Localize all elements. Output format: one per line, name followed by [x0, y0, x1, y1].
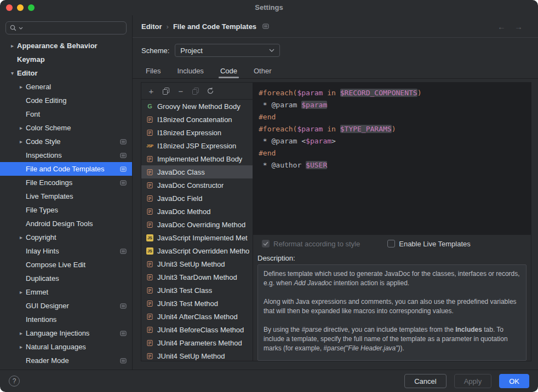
- search-icon: [9, 24, 17, 32]
- settings-search-box[interactable]: [5, 21, 127, 34]
- in-editor-view-icon[interactable]: [262, 23, 269, 30]
- template-item-groovy-new-method-body[interactable]: GGroovy New Method Body: [141, 100, 253, 113]
- remove-icon[interactable]: −: [176, 87, 185, 95]
- back-arrow-icon[interactable]: ←: [497, 22, 506, 31]
- sidebar-item-gui-designer[interactable]: GUI Designer: [0, 299, 132, 313]
- sidebar-item-copyright[interactable]: ▸Copyright: [0, 230, 132, 244]
- tpl-icon: [146, 221, 154, 228]
- template-item-javascript-implemented-met[interactable]: JSJavaScript Implemented Met: [141, 231, 253, 244]
- template-item-label: I18nized JSP Expression: [157, 142, 236, 150]
- sidebar-item-label: Editor: [17, 69, 38, 77]
- sidebar-item-color-scheme[interactable]: ▸Color Scheme: [0, 121, 132, 135]
- template-item-label: JUnit3 TearDown Method: [157, 273, 237, 281]
- sidebar-item-general[interactable]: ▸General: [0, 80, 132, 94]
- chevron-right-icon[interactable]: ▸: [8, 43, 17, 49]
- chevron-right-icon[interactable]: ▸: [16, 139, 26, 145]
- template-item-javascript-overridden-metho[interactable]: JSJavaScript Overridden Metho: [141, 244, 253, 257]
- sidebar-item-reader-mode[interactable]: Reader Mode: [0, 354, 132, 367]
- template-item-label: JavaDoc Class: [157, 168, 205, 176]
- chevron-down-icon[interactable]: ▾: [8, 70, 17, 76]
- zoom-button[interactable]: [28, 4, 35, 11]
- tab-files[interactable]: Files: [146, 64, 161, 78]
- chevron-right-icon[interactable]: ▸: [16, 330, 26, 336]
- settings-tree: ▸Appearance & BehaviorKeymap▾Editor▸Gene…: [0, 39, 132, 367]
- sidebar-item-language-injections[interactable]: ▸Language Injections: [0, 326, 132, 340]
- template-item-javadoc-constructor[interactable]: JavaDoc Constructor: [141, 178, 253, 192]
- sidebar-item-font[interactable]: Font: [0, 107, 132, 121]
- sidebar-item-label: Code Editing: [26, 96, 66, 105]
- template-item-junit4-beforeclass-method[interactable]: JUnit4 BeforeClass Method: [141, 323, 253, 336]
- revert-icon[interactable]: [206, 87, 215, 95]
- chevron-right-icon[interactable]: ▸: [16, 125, 26, 131]
- sidebar-item-android-design-tools[interactable]: Android Design Tools: [0, 217, 132, 230]
- sidebar-item-emmet[interactable]: ▸Emmet: [0, 285, 132, 299]
- template-code-editor[interactable]: #foreach($param in $RECORD_COMPONENTS) *…: [253, 83, 531, 235]
- tpl-icon: [146, 182, 154, 189]
- duplicate-icon[interactable]: [191, 87, 200, 95]
- template-item-implemented-method-body[interactable]: Implemented Method Body: [141, 152, 253, 165]
- apply-button[interactable]: Apply: [454, 374, 492, 388]
- sidebar-item-file-and-code-templates[interactable]: File and Code Templates: [0, 162, 132, 176]
- sidebar-item-inspections[interactable]: Inspections: [0, 148, 132, 162]
- editor-preview-icon: [120, 303, 127, 309]
- cancel-button[interactable]: Cancel: [404, 374, 446, 388]
- template-item-label: JavaDoc Constructor: [157, 181, 224, 189]
- template-item-label: JUnit4 Parameters Method: [157, 339, 242, 347]
- close-button[interactable]: [6, 4, 13, 11]
- template-tabs: FilesIncludesCodeOther: [133, 64, 538, 79]
- template-item-javadoc-overriding-method[interactable]: JavaDoc Overriding Method: [141, 218, 253, 231]
- template-item-javadoc-method[interactable]: JavaDoc Method: [141, 205, 253, 218]
- template-item-label: JUnit4 BeforeClass Method: [157, 326, 244, 334]
- breadcrumb-editor[interactable]: Editor: [141, 22, 162, 31]
- tab-code[interactable]: Code: [220, 64, 237, 78]
- chevron-right-icon[interactable]: ▸: [16, 84, 26, 90]
- template-item-i18nized-jsp-expression[interactable]: JSPI18nized JSP Expression: [141, 139, 253, 152]
- forward-arrow-icon[interactable]: →: [514, 22, 523, 31]
- template-item-i18nized-expression[interactable]: I18nized Expression: [141, 126, 253, 139]
- minimize-button[interactable]: [17, 4, 24, 11]
- template-item-junit4-parameters-method[interactable]: JUnit4 Parameters Method: [141, 336, 253, 349]
- sidebar-item-compose-live-edit[interactable]: Compose Live Edit: [0, 258, 132, 272]
- tpl-icon: [146, 129, 154, 136]
- copy-icon[interactable]: [162, 87, 170, 95]
- sidebar-item-appearance-behavior[interactable]: ▸Appearance & Behavior: [0, 39, 132, 53]
- sidebar-item-file-encodings[interactable]: File Encodings: [0, 176, 132, 189]
- template-item-junit3-teardown-method[interactable]: JUnit3 TearDown Method: [141, 270, 253, 284]
- sidebar-item-code-style[interactable]: ▸Code Style: [0, 135, 132, 148]
- template-item-junit4-afterclass-method[interactable]: JUnit4 AfterClass Method: [141, 310, 253, 323]
- template-item-label: JUnit3 Test Method: [157, 299, 218, 308]
- scheme-dropdown[interactable]: Project: [175, 44, 280, 57]
- sidebar-item-code-editing[interactable]: Code Editing: [0, 94, 132, 107]
- sidebar-item-duplicates[interactable]: Duplicates: [0, 272, 132, 285]
- sidebar-item-live-templates[interactable]: Live Templates: [0, 189, 132, 203]
- template-item-junit4-setup-method[interactable]: JUnit4 SetUp Method: [141, 349, 253, 361]
- sidebar-item-natural-languages[interactable]: ▸Natural Languages: [0, 340, 132, 354]
- chevron-right-icon[interactable]: ▸: [16, 234, 26, 240]
- chevron-right-icon[interactable]: ▸: [16, 289, 26, 295]
- template-item-i18nized-concatenation[interactable]: I18nized Concatenation: [141, 113, 253, 126]
- sidebar-item-editor[interactable]: ▾Editor: [0, 66, 132, 80]
- code-line: * @author $USER: [259, 159, 531, 171]
- sidebar-item-inlay-hints[interactable]: Inlay Hints: [0, 244, 132, 258]
- template-item-javadoc-field[interactable]: JavaDoc Field: [141, 192, 253, 205]
- template-item-label: Implemented Method Body: [157, 155, 242, 163]
- chevron-right-icon[interactable]: ▸: [16, 344, 26, 350]
- tab-includes[interactable]: Includes: [177, 64, 203, 78]
- enable-live-templates-checkbox[interactable]: Enable Live Templates: [387, 240, 471, 248]
- tab-other[interactable]: Other: [254, 64, 272, 78]
- reformat-checkbox[interactable]: Reformat according to style: [262, 240, 360, 248]
- sidebar-item-file-types[interactable]: File Types: [0, 203, 132, 217]
- template-detail-panel: #foreach($param in $RECORD_COMPONENTS) *…: [253, 83, 531, 361]
- help-button[interactable]: ?: [9, 376, 20, 387]
- template-item-junit3-test-class[interactable]: JUnit3 Test Class: [141, 284, 253, 297]
- description-box: Defines template which used to generate …: [257, 264, 526, 361]
- template-item-junit3-test-method[interactable]: JUnit3 Test Method: [141, 297, 253, 310]
- template-item-junit3-setup-method[interactable]: JUnit3 SetUp Method: [141, 257, 253, 270]
- chevron-down-icon[interactable]: [19, 27, 23, 30]
- sidebar-item-keymap[interactable]: Keymap: [0, 53, 132, 66]
- sidebar-item-intentions[interactable]: Intentions: [0, 313, 132, 326]
- search-input[interactable]: [25, 24, 123, 33]
- template-item-javadoc-class[interactable]: JavaDoc Class: [141, 165, 253, 178]
- ok-button[interactable]: OK: [499, 374, 529, 388]
- add-icon[interactable]: +: [147, 87, 156, 95]
